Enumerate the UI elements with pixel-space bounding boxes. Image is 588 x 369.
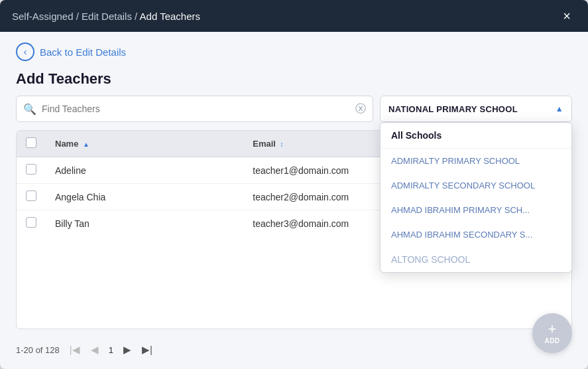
modal-header: Self-Assigned / Edit Details / Add Teach… [0, 0, 588, 32]
select-all-checkbox[interactable] [26, 137, 36, 148]
close-button[interactable]: × [558, 7, 576, 25]
dropdown-item-admiralty-primary[interactable]: ADMIRALTY PRIMARY SCHOOL [381, 149, 571, 173]
row-checkbox-1[interactable] [26, 190, 36, 201]
row-name-2: Billy Tan [46, 210, 243, 237]
row-name-1: Angela Chia [46, 184, 243, 210]
school-dropdown-wrapper: NATIONAL PRIMARY SCHOOL ▲ All Schools AD… [380, 96, 572, 122]
email-column-label: Email [253, 139, 276, 149]
school-dropdown-menu: All Schools ADMIRALTY PRIMARY SCHOOL ADM… [380, 122, 572, 273]
modal-body: ‹ Back to Edit Details Add Teachers 🔍 ⓧ … [0, 32, 588, 369]
pagination-info: 1-20 of 128 [16, 345, 60, 355]
back-icon: ‹ [16, 42, 34, 61]
search-row: 🔍 ⓧ NATIONAL PRIMARY SCHOOL ▲ All School… [16, 96, 572, 122]
back-link[interactable]: ‹ Back to Edit Details [16, 42, 126, 61]
breadcrumb: Self-Assigned / Edit Details / Add Teach… [12, 11, 200, 22]
pagination: 1-20 of 128 |◀ ◀ 1 ▶ ▶| [16, 337, 572, 358]
modal: Self-Assigned / Edit Details / Add Teach… [0, 0, 588, 369]
search-input[interactable] [42, 104, 355, 114]
pagination-next-button[interactable]: ▶ [120, 342, 135, 357]
dropdown-item-admiralty-secondary[interactable]: ADMIRALTY SECONDARY SCHOOL [381, 173, 571, 198]
pagination-last-button[interactable]: ▶| [139, 342, 156, 357]
school-dropdown-selected: NATIONAL PRIMARY SCHOOL [388, 104, 518, 114]
name-column-label: Name [55, 139, 78, 149]
school-dropdown-button[interactable]: NATIONAL PRIMARY SCHOOL ▲ [380, 96, 572, 122]
row-checkbox-0[interactable] [26, 164, 36, 175]
name-column-header[interactable]: Name ▲ [46, 131, 243, 157]
row-checkbox-cell [17, 184, 46, 210]
pagination-prev-button[interactable]: ◀ [88, 342, 102, 357]
search-icon: 🔍 [23, 103, 36, 115]
back-link-label: Back to Edit Details [40, 46, 126, 58]
add-fab-label: ADD [544, 337, 559, 344]
row-checkbox-cell [17, 157, 46, 184]
dropdown-item-ahmad-primary[interactable]: AHMAD IBRAHIM PRIMARY SCH... [381, 198, 571, 222]
page-title: Add Teachers [16, 70, 572, 88]
name-sort-icon: ▲ [83, 141, 89, 148]
row-checkbox-cell [17, 210, 46, 237]
add-fab-button[interactable]: + ADD [532, 313, 572, 353]
select-all-header [17, 131, 46, 157]
add-fab-plus-icon: + [548, 322, 557, 336]
pagination-first-button[interactable]: |◀ [66, 342, 84, 357]
dropdown-item-ahmad-secondary[interactable]: AHMAD IBRAHIM SECONDARY S... [381, 222, 571, 247]
clear-search-button[interactable]: ⓧ [355, 104, 366, 114]
chevron-up-icon: ▲ [556, 104, 563, 113]
dropdown-item-altong[interactable]: ALTONG SCHOOL [381, 247, 571, 272]
dropdown-item-all-schools[interactable]: All Schools [381, 123, 571, 148]
row-name-0: Adeline [46, 157, 243, 184]
pagination-current-page: 1 [106, 345, 116, 355]
email-sort-icon: ↕ [280, 141, 284, 148]
search-box: 🔍 ⓧ [16, 96, 373, 122]
row-checkbox-2[interactable] [26, 217, 36, 228]
